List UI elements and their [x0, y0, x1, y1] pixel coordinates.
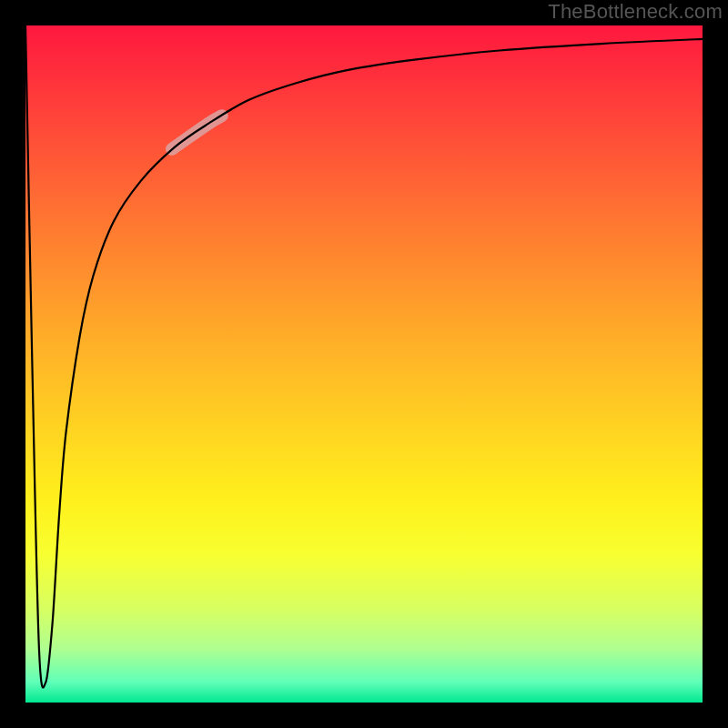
- curve-path: [25, 25, 703, 688]
- attribution-text: TheBottleneck.com: [548, 0, 723, 24]
- curve-layer: [25, 25, 703, 703]
- chart-frame: TheBottleneck.com: [0, 0, 728, 728]
- plot-area: [25, 25, 703, 703]
